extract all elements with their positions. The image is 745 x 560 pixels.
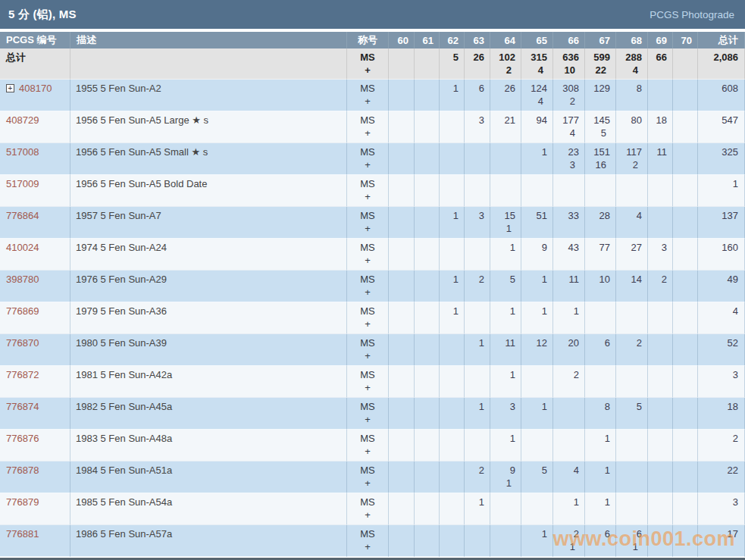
grade-cell bbox=[415, 239, 440, 271]
grade-count: 11 bbox=[653, 145, 667, 158]
designation-ms: MS bbox=[347, 368, 388, 381]
grade-cell: 11 bbox=[490, 334, 521, 366]
row-total: 52 bbox=[698, 334, 745, 366]
grade-cell: 2 bbox=[465, 461, 490, 493]
pcgs-number-link[interactable]: 408729 bbox=[6, 114, 39, 126]
grade-count: 6 bbox=[590, 336, 610, 349]
pcgs-number-link[interactable]: 410024 bbox=[6, 242, 39, 253]
plus-count: 4 bbox=[621, 64, 642, 77]
designation-cell: MS + bbox=[347, 239, 389, 271]
grade-cell bbox=[415, 461, 440, 493]
table-row: 776872 1981 5 Fen Sun-A42a MS + 1 2 3 bbox=[0, 366, 745, 398]
grade-count: 9 bbox=[496, 464, 515, 477]
grade-cell: 1 bbox=[553, 302, 585, 334]
pcgs-number-link[interactable]: 408170 bbox=[19, 83, 52, 94]
designation-plus: + bbox=[347, 508, 388, 521]
grade-column-header: 69 bbox=[648, 32, 673, 48]
grade-cell bbox=[585, 175, 616, 207]
grade-count: 8 bbox=[590, 400, 610, 413]
designation-plus: + bbox=[347, 64, 388, 77]
grade-cell bbox=[389, 366, 415, 398]
grade-cell bbox=[415, 366, 440, 398]
table-row: 398780 1976 5 Fen Sun-A29 MS + 1 2 5 1 1… bbox=[0, 271, 745, 302]
grade-count: 27 bbox=[621, 241, 642, 254]
grade-cell bbox=[490, 143, 521, 175]
grade-count: 1 bbox=[445, 209, 459, 222]
grade-cell bbox=[440, 366, 465, 398]
grade-count: 77 bbox=[590, 241, 610, 254]
grade-count: 1 bbox=[470, 496, 484, 508]
grade-cell: 2 bbox=[465, 271, 490, 302]
grade-cell bbox=[440, 334, 465, 366]
grade-cell: 8 bbox=[616, 80, 648, 111]
grade-cell bbox=[465, 302, 490, 334]
grade-count: 2 bbox=[621, 336, 642, 349]
pcgs-number-link[interactable]: 776878 bbox=[6, 465, 39, 476]
pcgs-number-cell: 776876 bbox=[0, 430, 70, 461]
grade-cell bbox=[673, 143, 698, 175]
row-total: 325 bbox=[698, 143, 745, 175]
coin-description: 1984 5 Fen Sun-A51a bbox=[70, 461, 347, 493]
pcgs-number-link[interactable]: 776879 bbox=[6, 496, 39, 508]
grade-column-header: 67 bbox=[585, 32, 616, 48]
pcgs-number-link[interactable]: 776881 bbox=[6, 528, 39, 540]
designation-plus: + bbox=[347, 95, 388, 108]
plus-count: 4 bbox=[559, 127, 579, 139]
grade-column-header: 60 bbox=[389, 32, 415, 48]
pcgs-number-link[interactable]: 776872 bbox=[6, 369, 39, 380]
pcgs-number-link[interactable]: 398780 bbox=[6, 274, 39, 285]
grade-cell: 18 bbox=[648, 111, 673, 143]
designation-ms: MS bbox=[347, 114, 388, 127]
pcgs-number-link[interactable]: 776864 bbox=[6, 210, 39, 221]
grade-cell: 77 bbox=[585, 239, 616, 271]
plus-count: 1 bbox=[496, 222, 515, 235]
grade-count: 1 bbox=[527, 400, 547, 413]
grade-count: 1 bbox=[590, 496, 610, 508]
grade-cell: 1 bbox=[440, 207, 465, 239]
grade-count: 1 bbox=[590, 464, 610, 477]
pcgs-number-link[interactable]: 517008 bbox=[6, 146, 39, 158]
pcgs-number-cell: 517009 bbox=[0, 175, 70, 207]
grade-column-header: 62 bbox=[440, 32, 465, 48]
grade-cell: 1 bbox=[490, 430, 521, 461]
grade-cell: 1 bbox=[553, 493, 585, 525]
grade-cell: 27 bbox=[616, 239, 648, 271]
grade-count: 1 bbox=[496, 305, 515, 318]
grade-column-header: 61 bbox=[415, 32, 440, 48]
photograde-link[interactable]: PCGS Photograde bbox=[650, 9, 734, 20]
designation-plus: + bbox=[347, 286, 388, 299]
table-row: 776879 1985 5 Fen Sun-A54a MS + 1 1 1 3 bbox=[0, 493, 745, 525]
grade-cell: 43 bbox=[553, 239, 585, 271]
plus-count: 4 bbox=[527, 95, 547, 108]
grade-cell: 4 bbox=[553, 461, 585, 493]
pcgs-number-link[interactable]: 776869 bbox=[6, 305, 39, 317]
grade-cell bbox=[389, 398, 415, 430]
grade-count: 1 bbox=[496, 241, 515, 254]
pcgs-number-link[interactable]: 776876 bbox=[6, 433, 39, 444]
pcgs-number-cell: 398780 bbox=[0, 271, 70, 302]
grade-cell: 91 bbox=[490, 461, 521, 493]
grade-cell bbox=[673, 398, 698, 430]
plus-count: 2 bbox=[496, 64, 515, 77]
coin-description: 1956 5 Fen Sun-A5 Large ★ s bbox=[70, 111, 347, 143]
grade-cell: 3 bbox=[490, 398, 521, 430]
grade-cell: 1 bbox=[585, 493, 616, 525]
grade-count: 1 bbox=[445, 82, 459, 95]
grade-count: 43 bbox=[559, 241, 579, 254]
grade-count: 11 bbox=[559, 273, 579, 286]
grade-count: 33 bbox=[559, 209, 579, 222]
designation-ms: MS bbox=[347, 241, 388, 254]
grade-count: 1 bbox=[470, 400, 484, 413]
expand-icon[interactable]: + bbox=[6, 84, 14, 92]
column-header-row: PCGS 编号 描述 称号 6061626364656667686970总计 bbox=[0, 32, 745, 48]
table-row: 776876 1983 5 Fen Sun-A48a MS + 1 1 2 bbox=[0, 430, 745, 461]
grade-cell bbox=[585, 302, 616, 334]
grade-cell: 6 bbox=[585, 525, 616, 557]
designation-cell: MS + bbox=[347, 334, 389, 366]
pcgs-number-link[interactable]: 517009 bbox=[6, 178, 39, 189]
pcgs-number-link[interactable]: 776874 bbox=[6, 401, 39, 412]
grade-cell: 59922 bbox=[585, 48, 616, 80]
pcgs-number-link[interactable]: 总计 bbox=[6, 52, 26, 63]
pcgs-number-link[interactable]: 776870 bbox=[6, 337, 39, 349]
coin-description: 1986 5 Fen Sun-A57a bbox=[70, 525, 347, 557]
